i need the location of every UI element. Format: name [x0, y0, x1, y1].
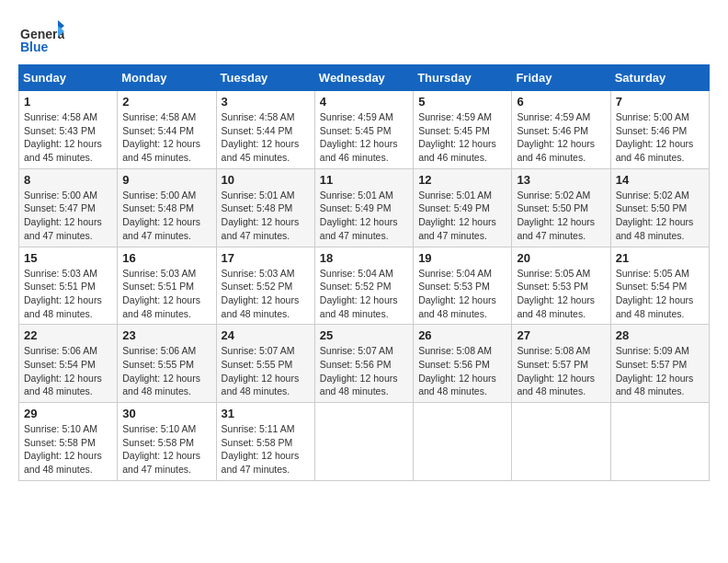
- day-info: Sunrise: 5:10 AMSunset: 5:58 PMDaylight:…: [122, 422, 210, 477]
- day-info: Sunrise: 5:03 AMSunset: 5:51 PMDaylight:…: [122, 267, 210, 321]
- day-number: 3: [222, 95, 310, 109]
- day-info: Sunrise: 5:07 AMSunset: 5:55 PMDaylight:…: [222, 344, 310, 398]
- day-number: 22: [24, 328, 112, 342]
- day-number: 21: [616, 251, 704, 265]
- calendar-day-cell: 27 Sunrise: 5:08 AMSunset: 5:57 PMDaylig…: [512, 325, 610, 403]
- empty-cell: [512, 403, 610, 481]
- day-info: Sunrise: 5:01 AMSunset: 5:49 PMDaylight:…: [320, 189, 408, 243]
- day-info: Sunrise: 5:08 AMSunset: 5:56 PMDaylight:…: [418, 344, 506, 398]
- calendar-day-cell: 13 Sunrise: 5:02 AMSunset: 5:50 PMDaylig…: [512, 168, 610, 247]
- col-friday: Friday: [512, 65, 610, 91]
- day-number: 6: [517, 95, 605, 109]
- day-info: Sunrise: 5:05 AMSunset: 5:53 PMDaylight:…: [517, 267, 605, 321]
- calendar-day-cell: 16 Sunrise: 5:03 AMSunset: 5:51 PMDaylig…: [118, 247, 216, 325]
- empty-cell: [314, 403, 413, 481]
- day-number: 1: [24, 95, 112, 109]
- calendar-day-cell: 2 Sunrise: 4:58 AMSunset: 5:44 PMDayligh…: [118, 91, 216, 169]
- day-info: Sunrise: 5:06 AMSunset: 5:54 PMDaylight:…: [24, 344, 112, 398]
- day-number: 2: [122, 95, 210, 109]
- calendar-day-cell: 1 Sunrise: 4:58 AMSunset: 5:43 PMDayligh…: [19, 91, 118, 169]
- calendar-day-cell: 10 Sunrise: 5:01 AMSunset: 5:48 PMDaylig…: [216, 168, 314, 247]
- day-info: Sunrise: 5:06 AMSunset: 5:55 PMDaylight:…: [122, 344, 210, 398]
- svg-text:Blue: Blue: [20, 40, 49, 54]
- day-info: Sunrise: 5:04 AMSunset: 5:52 PMDaylight:…: [320, 267, 408, 321]
- day-number: 15: [24, 251, 112, 265]
- day-info: Sunrise: 5:05 AMSunset: 5:54 PMDaylight:…: [616, 267, 704, 321]
- calendar-day-cell: 4 Sunrise: 4:59 AMSunset: 5:45 PMDayligh…: [314, 91, 413, 169]
- calendar-day-cell: 21 Sunrise: 5:05 AMSunset: 5:54 PMDaylig…: [610, 247, 709, 325]
- day-info: Sunrise: 5:11 AMSunset: 5:58 PMDaylight:…: [222, 422, 310, 477]
- day-number: 18: [320, 251, 408, 265]
- day-info: Sunrise: 5:00 AMSunset: 5:46 PMDaylight:…: [616, 110, 704, 165]
- day-info: Sunrise: 5:02 AMSunset: 5:50 PMDaylight:…: [517, 189, 605, 243]
- day-info: Sunrise: 4:59 AMSunset: 5:45 PMDaylight:…: [418, 110, 506, 165]
- day-info: Sunrise: 4:59 AMSunset: 5:46 PMDaylight:…: [517, 110, 605, 165]
- calendar-day-cell: 15 Sunrise: 5:03 AMSunset: 5:51 PMDaylig…: [19, 247, 118, 325]
- day-info: Sunrise: 5:00 AMSunset: 5:47 PMDaylight:…: [24, 189, 112, 243]
- col-saturday: Saturday: [610, 65, 709, 91]
- day-number: 10: [222, 173, 310, 187]
- col-wednesday: Wednesday: [314, 65, 413, 91]
- day-info: Sunrise: 4:58 AMSunset: 5:43 PMDaylight:…: [24, 110, 112, 165]
- empty-cell: [414, 403, 512, 481]
- calendar-day-cell: 11 Sunrise: 5:01 AMSunset: 5:49 PMDaylig…: [314, 168, 413, 247]
- day-info: Sunrise: 5:01 AMSunset: 5:49 PMDaylight:…: [418, 189, 506, 243]
- day-number: 13: [517, 173, 605, 187]
- day-info: Sunrise: 5:04 AMSunset: 5:53 PMDaylight:…: [418, 267, 506, 321]
- day-info: Sunrise: 5:03 AMSunset: 5:52 PMDaylight:…: [222, 267, 310, 321]
- calendar-day-cell: 20 Sunrise: 5:05 AMSunset: 5:53 PMDaylig…: [512, 247, 610, 325]
- col-thursday: Thursday: [414, 65, 512, 91]
- day-info: Sunrise: 4:59 AMSunset: 5:45 PMDaylight:…: [320, 110, 408, 165]
- page-header: General Blue: [18, 18, 710, 55]
- day-number: 20: [517, 251, 605, 265]
- day-info: Sunrise: 4:58 AMSunset: 5:44 PMDaylight:…: [122, 110, 210, 165]
- day-info: Sunrise: 5:07 AMSunset: 5:56 PMDaylight:…: [320, 344, 408, 398]
- day-info: Sunrise: 5:10 AMSunset: 5:58 PMDaylight:…: [24, 422, 112, 477]
- calendar-week-row: 1 Sunrise: 4:58 AMSunset: 5:43 PMDayligh…: [19, 91, 710, 169]
- day-number: 17: [222, 251, 310, 265]
- day-info: Sunrise: 5:09 AMSunset: 5:57 PMDaylight:…: [616, 344, 704, 398]
- day-number: 5: [418, 95, 506, 109]
- day-info: Sunrise: 5:00 AMSunset: 5:48 PMDaylight:…: [122, 189, 210, 243]
- day-info: Sunrise: 4:58 AMSunset: 5:44 PMDaylight:…: [222, 110, 310, 165]
- day-number: 19: [418, 251, 506, 265]
- calendar-day-cell: 31 Sunrise: 5:11 AMSunset: 5:58 PMDaylig…: [216, 403, 314, 481]
- day-number: 16: [122, 251, 210, 265]
- day-number: 31: [222, 407, 310, 420]
- day-info: Sunrise: 5:02 AMSunset: 5:50 PMDaylight:…: [616, 189, 704, 243]
- day-info: Sunrise: 5:08 AMSunset: 5:57 PMDaylight:…: [517, 344, 605, 398]
- logo-svg: General Blue: [18, 18, 64, 55]
- day-info: Sunrise: 5:01 AMSunset: 5:48 PMDaylight:…: [222, 189, 310, 243]
- day-number: 29: [24, 407, 112, 420]
- day-number: 9: [122, 173, 210, 187]
- day-number: 12: [418, 173, 506, 187]
- day-number: 24: [222, 328, 310, 342]
- day-number: 23: [122, 328, 210, 342]
- calendar-day-cell: 17 Sunrise: 5:03 AMSunset: 5:52 PMDaylig…: [216, 247, 314, 325]
- day-number: 28: [616, 328, 704, 342]
- day-number: 7: [616, 95, 704, 109]
- day-number: 8: [24, 173, 112, 187]
- calendar-day-cell: 14 Sunrise: 5:02 AMSunset: 5:50 PMDaylig…: [610, 168, 709, 247]
- day-number: 11: [320, 173, 408, 187]
- calendar-day-cell: 23 Sunrise: 5:06 AMSunset: 5:55 PMDaylig…: [118, 325, 216, 403]
- day-number: 27: [517, 328, 605, 342]
- col-tuesday: Tuesday: [216, 65, 314, 91]
- calendar-day-cell: 12 Sunrise: 5:01 AMSunset: 5:49 PMDaylig…: [414, 168, 512, 247]
- calendar-day-cell: 19 Sunrise: 5:04 AMSunset: 5:53 PMDaylig…: [414, 247, 512, 325]
- calendar-day-cell: 30 Sunrise: 5:10 AMSunset: 5:58 PMDaylig…: [118, 403, 216, 481]
- calendar-week-row: 15 Sunrise: 5:03 AMSunset: 5:51 PMDaylig…: [19, 247, 710, 325]
- day-number: 25: [320, 328, 408, 342]
- col-sunday: Sunday: [19, 65, 118, 91]
- calendar-week-row: 22 Sunrise: 5:06 AMSunset: 5:54 PMDaylig…: [19, 325, 710, 403]
- calendar-day-cell: 3 Sunrise: 4:58 AMSunset: 5:44 PMDayligh…: [216, 91, 314, 169]
- calendar-day-cell: 25 Sunrise: 5:07 AMSunset: 5:56 PMDaylig…: [314, 325, 413, 403]
- calendar-day-cell: 9 Sunrise: 5:00 AMSunset: 5:48 PMDayligh…: [118, 168, 216, 247]
- calendar-header-row: Sunday Monday Tuesday Wednesday Thursday…: [19, 65, 710, 91]
- calendar-day-cell: 26 Sunrise: 5:08 AMSunset: 5:56 PMDaylig…: [414, 325, 512, 403]
- day-number: 26: [418, 328, 506, 342]
- calendar-day-cell: 6 Sunrise: 4:59 AMSunset: 5:46 PMDayligh…: [512, 91, 610, 169]
- calendar-day-cell: 29 Sunrise: 5:10 AMSunset: 5:58 PMDaylig…: [19, 403, 118, 481]
- calendar-day-cell: 18 Sunrise: 5:04 AMSunset: 5:52 PMDaylig…: [314, 247, 413, 325]
- calendar-day-cell: 28 Sunrise: 5:09 AMSunset: 5:57 PMDaylig…: [610, 325, 709, 403]
